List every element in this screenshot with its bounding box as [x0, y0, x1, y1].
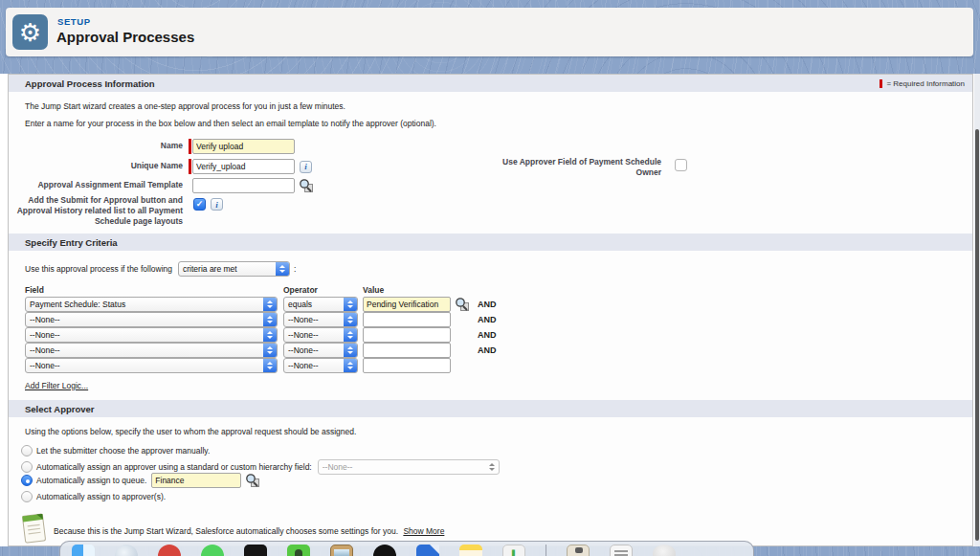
- email-template-label: Approval Assignment Email Template: [16, 180, 183, 190]
- criteria-met-select[interactable]: criteria are met: [178, 261, 290, 277]
- radio-icon-selected[interactable]: [21, 475, 33, 486]
- salesforce-setup-page: SETUP Approval Processes Approval Proces…: [0, 0, 980, 556]
- select-stepper-icon: [263, 328, 277, 342]
- info-icon[interactable]: [211, 198, 223, 211]
- column-header-value: Value: [363, 285, 384, 295]
- operator-select[interactable]: --None--: [283, 358, 358, 373]
- select-stepper-icon: [263, 344, 277, 357]
- show-more-link[interactable]: Show More: [403, 526, 444, 536]
- criteria-row: Payment Schedule: Status equals AND: [25, 297, 523, 312]
- field-select[interactable]: --None--: [25, 327, 278, 343]
- dock-icon-podcasts[interactable]: [373, 545, 396, 556]
- dock-icon-messages[interactable]: [287, 545, 310, 556]
- criteria-lead-text: Use this approval process if the followi…: [25, 264, 172, 274]
- add-filter-logic-link[interactable]: Add Filter Logic...: [25, 381, 88, 390]
- setup-header-card: SETUP Approval Processes: [6, 8, 973, 56]
- field-select[interactable]: --None--: [25, 358, 278, 373]
- field-select[interactable]: Payment Schedule: Status: [25, 297, 278, 312]
- field-select[interactable]: --None--: [25, 343, 278, 358]
- dock-icon-siri[interactable]: [115, 545, 138, 556]
- unique-name-input[interactable]: [192, 159, 295, 174]
- dock-icon-notes[interactable]: [459, 545, 482, 556]
- criteria-row: --None-- --None-- AND: [25, 327, 523, 343]
- queue-input[interactable]: [151, 473, 241, 488]
- select-stepper-icon: [263, 313, 277, 326]
- operator-select[interactable]: --None--: [283, 327, 358, 343]
- setup-eyebrow: SETUP: [57, 16, 91, 27]
- value-input[interactable]: [363, 312, 451, 327]
- dock-icon-facetime[interactable]: [201, 545, 224, 556]
- criteria-row: --None-- --None-- AND: [25, 343, 523, 358]
- lookup-icon[interactable]: [299, 178, 314, 193]
- operator-select[interactable]: equals: [283, 297, 358, 312]
- dock-icon-trash[interactable]: [653, 545, 676, 556]
- dock-icon-textedit[interactable]: [610, 545, 633, 556]
- dock-divider: [546, 545, 546, 556]
- required-information-legend: = Required Information: [880, 79, 965, 88]
- dock-icon-keynote[interactable]: [416, 545, 439, 556]
- value-input[interactable]: [363, 327, 451, 343]
- criteria-row: --None-- --None-- AND: [25, 312, 523, 327]
- and-label: AND: [478, 330, 497, 340]
- jump-start-note: Because this is the Jump Start Wizard, S…: [54, 526, 444, 536]
- scrollbar-thumb[interactable]: [975, 129, 979, 541]
- value-input[interactable]: [363, 297, 451, 312]
- required-bar: [189, 159, 191, 174]
- select-stepper-icon: [344, 313, 357, 326]
- content-panel: Approval Process Information = Required …: [8, 74, 973, 546]
- required-marker-icon: [880, 79, 882, 88]
- name-label: Name: [16, 141, 183, 151]
- add-submit-checkbox[interactable]: [193, 198, 206, 211]
- dock-icon-clipboard[interactable]: [567, 545, 590, 556]
- section-title: Specify Entry Criteria: [25, 237, 118, 248]
- operator-select[interactable]: --None--: [283, 312, 358, 327]
- lookup-icon[interactable]: [455, 297, 470, 312]
- select-stepper-icon: [344, 359, 357, 372]
- name-input[interactable]: [192, 139, 295, 154]
- dock-icon-tv[interactable]: [244, 545, 267, 556]
- select-stepper-icon: [276, 262, 289, 276]
- lookup-icon[interactable]: [245, 473, 260, 488]
- use-approver-field-checkbox[interactable]: [675, 159, 687, 171]
- hierarchy-field-select[interactable]: --None--: [318, 459, 500, 475]
- radio-icon[interactable]: [21, 491, 33, 502]
- column-header-field: Field: [25, 285, 44, 295]
- approver-intro: Using the options below, specify the use…: [25, 427, 356, 436]
- scrollbar-track[interactable]: [974, 74, 980, 546]
- and-label: AND: [478, 300, 497, 309]
- add-submit-label: Add the Submit for Approval button and A…: [16, 195, 183, 227]
- dock-icon-downloads[interactable]: [502, 545, 525, 556]
- radio-option-submitter-choose[interactable]: Let the submitter choose the approver ma…: [21, 445, 210, 456]
- criteria-lead-suffix: :: [294, 264, 296, 274]
- operator-select[interactable]: --None--: [283, 343, 358, 358]
- info-icon[interactable]: [300, 161, 312, 173]
- required-bar: [189, 139, 191, 154]
- setup-gear-icon: [12, 14, 48, 50]
- select-stepper-icon: [344, 298, 357, 311]
- use-approver-field-label: Use Approver Field of Payment Schedule O…: [458, 157, 661, 178]
- section-title: Select Approver: [25, 404, 95, 414]
- dock-icon-music[interactable]: [158, 545, 181, 556]
- select-stepper-icon: [263, 359, 277, 372]
- dock-icon-mail[interactable]: [330, 545, 353, 556]
- field-select[interactable]: --None--: [25, 312, 278, 327]
- email-template-input[interactable]: [192, 178, 295, 193]
- and-label: AND: [478, 315, 497, 324]
- value-input[interactable]: [363, 358, 451, 373]
- note-icon: [20, 510, 49, 546]
- intro-line-1: The Jump Start wizard creates a one-step…: [25, 101, 345, 111]
- select-stepper-icon: [344, 328, 357, 342]
- radio-icon[interactable]: [21, 445, 33, 456]
- radio-option-assign-to-approvers[interactable]: Automatically assign to approver(s).: [21, 491, 166, 502]
- section-title: Approval Process Information: [25, 78, 155, 89]
- section-header-approval-process-information: Approval Process Information = Required …: [9, 75, 972, 92]
- radio-option-assign-to-queue[interactable]: Automatically assign to queue.: [21, 473, 260, 488]
- dock-icon-finder[interactable]: [72, 545, 95, 556]
- criteria-row: --None-- --None--: [25, 358, 523, 373]
- section-header-specify-entry-criteria: Specify Entry Criteria: [9, 234, 972, 251]
- select-stepper-icon: [485, 460, 499, 474]
- radio-icon[interactable]: [21, 461, 33, 473]
- value-input[interactable]: [363, 343, 451, 358]
- section-header-select-approver: Select Approver: [9, 400, 972, 417]
- intro-line-2: Enter a name for your process in the box…: [25, 119, 436, 128]
